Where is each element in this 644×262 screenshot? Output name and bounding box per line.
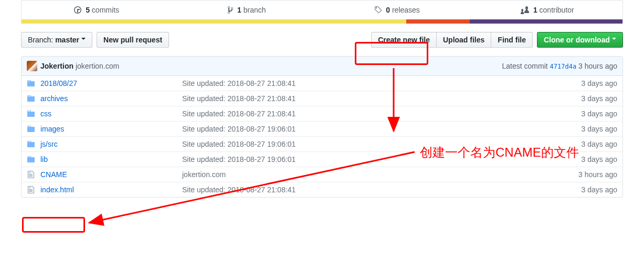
stats-contributors[interactable]: 1 contributor	[472, 1, 622, 19]
tag-icon	[374, 6, 382, 14]
file-name[interactable]: css	[40, 110, 182, 118]
folder-icon	[27, 125, 35, 133]
file-listing: Jokertion jokertion.com Latest commit 47…	[21, 56, 623, 198]
file-age: 3 days ago	[582, 185, 618, 194]
file-icon	[27, 185, 35, 194]
file-age: 3 days ago	[582, 155, 618, 163]
find-file-button[interactable]: Find file	[491, 32, 533, 48]
file-row: imagesSite updated: 2018-08-27 19:06:013…	[22, 121, 622, 136]
file-row: js/srcSite updated: 2018-08-27 19:06:013…	[22, 136, 622, 151]
file-row: libSite updated: 2018-08-27 19:06:013 da…	[22, 151, 622, 167]
file-age: 3 days ago	[582, 110, 618, 118]
file-name[interactable]: js/src	[40, 140, 182, 148]
file-icon	[27, 170, 35, 179]
create-new-file-button[interactable]: Create new file	[371, 32, 436, 48]
folder-icon	[27, 140, 35, 148]
caret-down-icon	[612, 38, 616, 42]
file-row: archivesSite updated: 2018-08-27 21:08:4…	[22, 91, 622, 106]
file-row: cssSite updated: 2018-08-27 21:08:413 da…	[22, 106, 622, 121]
file-name[interactable]: lib	[40, 155, 182, 163]
branch-icon	[228, 6, 233, 14]
history-icon	[74, 6, 81, 14]
file-age: 3 hours ago	[578, 170, 617, 179]
file-name[interactable]: CNAME	[40, 170, 182, 179]
repo-stats-bar: 5 commits 1 branch 0 releases 1 contribu…	[21, 0, 623, 19]
file-commit-message[interactable]: Site updated: 2018-08-27 21:08:41	[182, 79, 582, 88]
file-name[interactable]: 2018/08/27	[40, 79, 182, 88]
avatar[interactable]	[27, 61, 37, 71]
new-pull-request-button[interactable]: New pull request	[97, 32, 169, 48]
file-row: 2018/08/27Site updated: 2018-08-27 21:08…	[22, 76, 622, 91]
folder-icon	[27, 79, 35, 88]
latest-commit-bar: Jokertion jokertion.com Latest commit 47…	[22, 57, 622, 76]
folder-icon	[27, 110, 35, 118]
stats-releases[interactable]: 0 releases	[322, 1, 472, 19]
file-commit-message[interactable]: Site updated: 2018-08-27 19:06:01	[182, 140, 582, 148]
file-commit-message[interactable]: Site updated: 2018-08-27 21:08:41	[182, 94, 582, 103]
stats-commits[interactable]: 5 commits	[22, 1, 172, 19]
file-commit-message[interactable]: Site updated: 2018-08-27 19:06:01	[182, 125, 582, 133]
language-bar[interactable]	[21, 19, 623, 24]
people-icon	[521, 6, 529, 14]
file-row: index.htmlSite updated: 2018-08-27 21:08…	[22, 182, 622, 197]
branch-select-button[interactable]: Branch: master	[21, 32, 92, 48]
stats-branches[interactable]: 1 branch	[172, 1, 322, 19]
file-age: 3 days ago	[582, 79, 618, 88]
file-age: 3 days ago	[582, 125, 618, 133]
folder-icon	[27, 155, 35, 163]
caret-down-icon	[81, 38, 86, 42]
clone-download-button[interactable]: Clone or download	[537, 32, 623, 48]
file-name[interactable]: index.html	[40, 185, 182, 194]
commit-age: 3 hours ago	[578, 62, 617, 70]
commit-message[interactable]: jokertion.com	[76, 62, 119, 70]
file-actions-group: Create new file Upload files Find file	[371, 32, 533, 48]
upload-files-button[interactable]: Upload files	[436, 32, 491, 48]
file-commit-message[interactable]: Site updated: 2018-08-27 21:08:41	[182, 185, 582, 194]
file-age: 3 days ago	[582, 140, 618, 148]
file-name[interactable]: images	[40, 125, 182, 133]
file-age: 3 days ago	[582, 94, 618, 103]
file-toolbar: Branch: master New pull request Create n…	[21, 32, 623, 48]
file-commit-message[interactable]: Site updated: 2018-08-27 19:06:01	[182, 155, 582, 163]
commit-sha[interactable]: 4717d4a	[550, 63, 577, 70]
file-commit-message[interactable]: Site updated: 2018-08-27 21:08:41	[182, 110, 582, 118]
folder-icon	[27, 94, 35, 103]
commit-author[interactable]: Jokertion	[40, 62, 73, 70]
file-row: CNAMEjokertion.com3 hours ago	[22, 167, 622, 182]
file-commit-message[interactable]: jokertion.com	[182, 170, 578, 179]
file-name[interactable]: archives	[40, 94, 182, 103]
